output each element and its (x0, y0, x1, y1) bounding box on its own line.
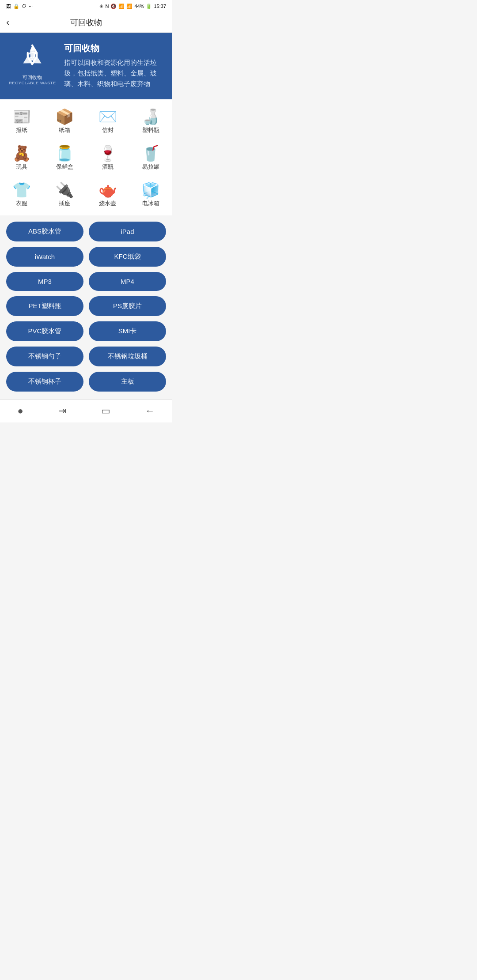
more-icon: ··· (29, 4, 33, 9)
hero-icon-sublabel: RECYCLABLE WASTE (9, 80, 56, 85)
icon-cell-6[interactable]: 🍷 酒瓶 (86, 140, 129, 177)
item-icon-8: 👕 (12, 182, 31, 197)
tag-button-9[interactable]: SMI卡 (89, 321, 166, 341)
bluetooth-icon: ✳ (99, 4, 103, 9)
item-icon-7: 🥤 (141, 146, 160, 161)
recent-apps-button[interactable]: ⇥ (49, 402, 75, 420)
tag-button-2[interactable]: iWatch (6, 247, 83, 267)
tag-button-6[interactable]: PET塑料瓶 (6, 296, 83, 316)
clock-icon: ⏱ (22, 4, 26, 9)
home-button[interactable]: ● (8, 402, 32, 420)
wifi-icon: 📶 (118, 4, 125, 9)
item-label-1: 纸箱 (59, 126, 70, 134)
top-nav: ‹ 可回收物 (0, 12, 172, 33)
time-text: 15:37 (154, 4, 166, 9)
icon-cell-8[interactable]: 👕 衣服 (0, 177, 43, 214)
overview-button[interactable]: ▭ (92, 402, 119, 420)
tag-button-4[interactable]: MP3 (6, 272, 83, 291)
bottom-nav: ● ⇥ ▭ ← (0, 400, 172, 422)
tag-button-12[interactable]: 不锈钢杯子 (6, 372, 83, 392)
back-nav-button[interactable]: ← (136, 402, 164, 420)
tag-button-3[interactable]: KFC纸袋 (89, 247, 166, 267)
item-label-3: 塑料瓶 (142, 126, 159, 134)
tag-button-7[interactable]: PS废胶片 (89, 296, 166, 316)
hero-text: 可回收物 指可以回收和资源化用的生活垃圾，包括纸类、塑料、金属、玻璃、木料、织物… (64, 42, 163, 90)
item-icon-6: 🍷 (98, 146, 117, 161)
tag-section: ABS胶水管iPadiWatchKFC纸袋MP3MP4PET塑料瓶PS废胶片PV… (0, 215, 172, 392)
item-label-11: 电冰箱 (142, 200, 159, 207)
tag-button-0[interactable]: ABS胶水管 (6, 222, 83, 241)
hero-desc: 指可以回收和资源化用的生活垃圾，包括纸类、塑料、金属、玻璃、木料、织物和电子废弃… (64, 58, 163, 90)
item-label-0: 报纸 (16, 126, 27, 134)
icon-cell-10[interactable]: 🫖 烧水壶 (86, 177, 129, 214)
icon-cell-1[interactable]: 📦 纸箱 (43, 104, 87, 140)
page-title: 可回收物 (70, 17, 102, 28)
item-icon-0: 📰 (12, 109, 31, 124)
icon-cell-5[interactable]: 🫙 保鲜盒 (43, 140, 87, 177)
status-left-icons: 🖼 🔒 ⏱ ··· (6, 4, 33, 9)
tag-button-5[interactable]: MP4 (89, 272, 166, 291)
icon-cell-11[interactable]: 🧊 电冰箱 (129, 177, 173, 214)
icon-cell-2[interactable]: ✉️ 信封 (86, 104, 129, 140)
signal-icon: 📶 (126, 4, 132, 9)
recycle-icon (17, 42, 47, 72)
item-icon-5: 🫙 (55, 146, 74, 161)
status-bar: 🖼 🔒 ⏱ ··· ✳ N 🔇 📶 📶 44% 🔋 15:37 (0, 0, 172, 12)
hero-title: 可回收物 (64, 42, 163, 54)
item-label-7: 易拉罐 (142, 163, 159, 171)
tag-button-11[interactable]: 不锈钢垃圾桶 (89, 347, 166, 366)
tag-button-1[interactable]: iPad (89, 222, 166, 241)
item-icon-1: 📦 (55, 109, 74, 124)
mute-icon: 🔇 (110, 4, 117, 9)
battery-text: 44% (134, 4, 144, 9)
item-icon-10: 🫖 (98, 182, 117, 197)
icon-cell-3[interactable]: 🍶 塑料瓶 (129, 104, 173, 140)
lock-icon: 🔒 (13, 4, 19, 9)
item-icon-3: 🍶 (141, 109, 160, 124)
hero-banner: 可回收物 RECYCLABLE WASTE 可回收物 指可以回收和资源化用的生活… (0, 33, 172, 99)
icon-cell-7[interactable]: 🥤 易拉罐 (129, 140, 173, 177)
status-right: ✳ N 🔇 📶 📶 44% 🔋 15:37 (99, 4, 166, 9)
tag-button-13[interactable]: 主板 (89, 372, 166, 392)
item-icon-9: 🔌 (55, 182, 74, 197)
item-icon-11: 🧊 (141, 182, 160, 197)
gallery-icon: 🖼 (6, 4, 11, 9)
item-label-5: 保鲜盒 (56, 163, 73, 171)
item-label-8: 衣服 (16, 200, 27, 207)
icon-cell-4[interactable]: 🧸 玩具 (0, 140, 43, 177)
icon-cell-0[interactable]: 📰 报纸 (0, 104, 43, 140)
hero-icon-label: 可回收物 (23, 74, 42, 80)
tag-button-10[interactable]: 不锈钢勺子 (6, 347, 83, 366)
tag-button-8[interactable]: PVC胶水管 (6, 321, 83, 341)
item-label-4: 玩具 (16, 163, 27, 171)
item-label-2: 信封 (102, 126, 114, 134)
item-label-9: 插座 (59, 200, 70, 207)
battery-icon: 🔋 (146, 4, 152, 9)
item-icon-4: 🧸 (12, 146, 31, 161)
icon-grid: 📰 报纸 📦 纸箱 ✉️ 信封 🍶 塑料瓶 🧸 玩具 🫙 保鲜盒 🍷 酒瓶 🥤 … (0, 99, 172, 215)
icon-cell-9[interactable]: 🔌 插座 (43, 177, 87, 214)
item-label-6: 酒瓶 (102, 163, 114, 171)
item-icon-2: ✉️ (98, 109, 117, 124)
nfc-icon: N (105, 4, 109, 9)
back-button[interactable]: ‹ (6, 17, 9, 28)
hero-icon-wrap: 可回收物 RECYCLABLE WASTE (9, 42, 56, 85)
item-label-10: 烧水壶 (99, 200, 116, 207)
